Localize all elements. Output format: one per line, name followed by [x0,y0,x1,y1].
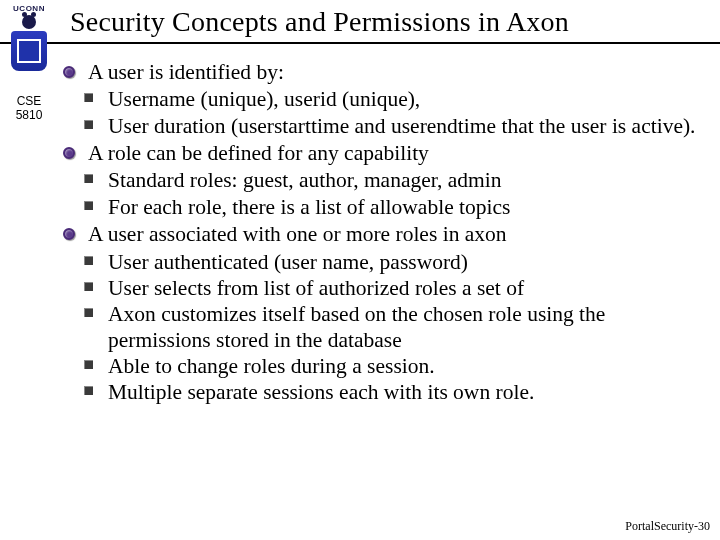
bullet-level2: User authenticated (user name, password) [60,250,708,275]
bullet-level2: Axon customizes itself based on the chos… [60,302,708,353]
slide-footer: PortalSecurity-30 [625,519,710,534]
circle-bullet-icon [60,222,78,240]
sub-bullet-text: User selects from list of authorized rol… [96,276,708,301]
institution-logo: UCONN [6,4,52,71]
bullet-level2: Multiple separate sessions each with its… [60,380,708,405]
square-bullet-icon [80,250,96,265]
sub-bullet-text: Username (unique), userid (unique), [96,87,708,112]
bullet-level1: A user is identified by: [60,60,708,85]
bullet-level2: User duration (userstarttime and userend… [60,114,708,139]
husky-paw-icon [22,15,36,29]
slide-title: Security Concepts and Permissions in Axo… [70,6,712,38]
sub-bullet-text: User duration (userstarttime and userend… [96,114,708,139]
title-bar: Security Concepts and Permissions in Axo… [0,0,720,44]
square-bullet-icon [80,276,96,291]
square-bullet-icon [80,354,96,369]
bullet-level1: A role can be defined for any capability [60,141,708,166]
circle-bullet-icon [60,60,78,78]
square-bullet-icon [80,168,96,183]
sub-bullet-text: For each role, there is a list of allowa… [96,195,708,220]
bullet-level2: User selects from list of authorized rol… [60,276,708,301]
square-bullet-icon [80,302,96,317]
bullet-text: A user associated with one or more roles… [78,222,708,247]
course-number: 5810 [6,109,52,123]
sub-bullet-text: Multiple separate sessions each with its… [96,380,708,405]
slide-body: A user is identified by: Username (uniqu… [60,58,708,407]
bullet-level2: Standard roles: guest, author, manager, … [60,168,708,193]
bullet-level2: Able to change roles during a session. [60,354,708,379]
square-bullet-icon [80,380,96,395]
sub-bullet-text: Able to change roles during a session. [96,354,708,379]
square-bullet-icon [80,87,96,102]
sub-bullet-text: User authenticated (user name, password) [96,250,708,275]
shield-icon [11,31,47,71]
square-bullet-icon [80,114,96,129]
circle-bullet-icon [60,141,78,159]
slide: UCONN Security Concepts and Permissions … [0,0,720,540]
bullet-text: A role can be defined for any capability [78,141,708,166]
bullet-text: A user is identified by: [78,60,708,85]
bullet-level2: Username (unique), userid (unique), [60,87,708,112]
sub-bullet-text: Axon customizes itself based on the chos… [96,302,708,353]
square-bullet-icon [80,195,96,210]
sub-bullet-text: Standard roles: guest, author, manager, … [96,168,708,193]
course-label: CSE 5810 [6,95,52,123]
bullet-level2: For each role, there is a list of allowa… [60,195,708,220]
bullet-level1: A user associated with one or more roles… [60,222,708,247]
uconn-wordmark: UCONN [6,4,52,13]
course-dept: CSE [6,95,52,109]
